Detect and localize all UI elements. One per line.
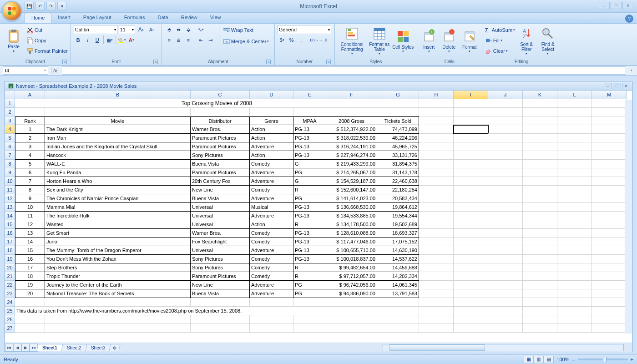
- col-header-H[interactable]: H: [419, 91, 454, 99]
- col-header-C[interactable]: C: [191, 91, 250, 99]
- cell-I26[interactable]: [454, 315, 488, 324]
- cell-A26[interactable]: [15, 315, 45, 324]
- cell-L12[interactable]: [557, 194, 592, 203]
- col-header-F[interactable]: F: [326, 91, 377, 99]
- cell-F8[interactable]: $ 219,433,299.00: [326, 160, 377, 168]
- cell-H21[interactable]: [419, 272, 454, 281]
- cell-D18[interactable]: Adventure: [250, 246, 293, 255]
- cell-G16[interactable]: 18,693,327: [377, 229, 419, 238]
- align-right-button[interactable]: ≡: [184, 35, 193, 45]
- cell-B23[interactable]: National Treasure: The Book of Secrets: [45, 289, 191, 298]
- cell-K20[interactable]: [523, 263, 557, 272]
- autosum-button[interactable]: Σ AutoSum ▾: [485, 25, 515, 35]
- cell-M22[interactable]: [592, 281, 627, 289]
- cell-A12[interactable]: 9: [15, 194, 45, 203]
- cell-B2[interactable]: [45, 108, 191, 116]
- cell-K15[interactable]: [523, 220, 557, 229]
- cell-M6[interactable]: [592, 142, 627, 151]
- cell-L15[interactable]: [557, 220, 592, 229]
- col-header-B[interactable]: B: [45, 91, 191, 99]
- row-header-6[interactable]: 6: [5, 142, 15, 151]
- row-header-20[interactable]: 20: [5, 263, 15, 272]
- cell-L14[interactable]: [557, 212, 592, 220]
- cell-C22[interactable]: New Line: [191, 281, 250, 289]
- cell-L21[interactable]: [557, 272, 592, 281]
- cell-D5[interactable]: Action: [250, 134, 293, 142]
- cell-L26[interactable]: [557, 315, 592, 324]
- align-left-button[interactable]: ≡: [165, 35, 174, 45]
- fx-button[interactable]: fx: [51, 68, 59, 73]
- fill-button[interactable]: Fill ▾: [485, 35, 515, 46]
- cell-G11[interactable]: 22,180,254: [377, 186, 419, 194]
- orientation-button[interactable]: ⤡▾: [197, 25, 206, 34]
- cell-A10[interactable]: 7: [15, 177, 45, 186]
- cell-J11[interactable]: [488, 186, 523, 194]
- cell-A16[interactable]: 13: [15, 229, 45, 238]
- select-all-corner[interactable]: [5, 91, 15, 99]
- cell-K6[interactable]: [523, 142, 557, 151]
- cell-B6[interactable]: Indian Jones and the Kingdom of the Crys…: [45, 142, 191, 151]
- cell-F16[interactable]: $ 128,610,088.00: [326, 229, 377, 238]
- row-header-7[interactable]: 7: [5, 151, 15, 160]
- cell-I8[interactable]: [454, 160, 488, 168]
- cell-D27[interactable]: [250, 324, 293, 333]
- cell-M20[interactable]: [592, 263, 627, 272]
- cell-M9[interactable]: [592, 168, 627, 177]
- clipboard-launcher[interactable]: ↘: [62, 60, 67, 64]
- cell-I24[interactable]: [454, 298, 488, 307]
- cell-E22[interactable]: PG: [293, 281, 326, 289]
- underline-button[interactable]: U: [93, 35, 102, 45]
- cell-I23[interactable]: [454, 289, 488, 298]
- cell-A13[interactable]: 10: [15, 203, 45, 212]
- cell-H5[interactable]: [419, 134, 454, 142]
- cell-H26[interactable]: [419, 315, 454, 324]
- cell-J24[interactable]: [488, 298, 523, 307]
- qat-customize-button[interactable]: ▾: [57, 2, 66, 11]
- cell-I25[interactable]: [454, 307, 488, 315]
- cell-H9[interactable]: [419, 168, 454, 177]
- cell-E19[interactable]: PG-13: [293, 255, 326, 263]
- header-5[interactable]: 2008 Gross: [326, 116, 377, 125]
- merge-center-button[interactable]: aMerge & Center ▾: [223, 36, 269, 46]
- cell-F18[interactable]: $ 100,655,710.00: [326, 246, 377, 255]
- cell-C7[interactable]: Sony Pictures: [191, 151, 250, 160]
- col-header-M[interactable]: M: [592, 91, 627, 99]
- font-size-select[interactable]: 11▾: [119, 25, 135, 34]
- cell-E27[interactable]: [293, 324, 326, 333]
- insert-cells-button[interactable]: +Insert▾: [420, 25, 438, 57]
- cell-J12[interactable]: [488, 194, 523, 203]
- cell-K24[interactable]: [523, 298, 557, 307]
- cell-A2[interactable]: [15, 108, 45, 116]
- cell-E13[interactable]: PG-13: [293, 203, 326, 212]
- cell-K18[interactable]: [523, 246, 557, 255]
- row-header-3[interactable]: 3: [5, 116, 15, 125]
- wrap-text-button[interactable]: Wrap Text: [223, 25, 269, 35]
- cell-L11[interactable]: [557, 186, 592, 194]
- cell-I17[interactable]: [454, 238, 488, 246]
- tab-view[interactable]: View: [204, 13, 228, 23]
- minimize-button[interactable]: –: [599, 2, 610, 9]
- cell-F10[interactable]: $ 154,529,187.00: [326, 177, 377, 186]
- cell-M11[interactable]: [592, 186, 627, 194]
- cell-K7[interactable]: [523, 151, 557, 160]
- cell-B21[interactable]: Tropic Thunder: [45, 272, 191, 281]
- conditional-formatting-button[interactable]: Conditional Formatting▾: [338, 25, 367, 57]
- row-header-9[interactable]: 9: [5, 168, 15, 177]
- cell-H1[interactable]: [419, 99, 454, 108]
- row-header-2[interactable]: 2: [5, 108, 15, 116]
- row-header-5[interactable]: 5: [5, 134, 15, 142]
- row-header-25[interactable]: 25: [5, 307, 15, 315]
- cell-M23[interactable]: [592, 289, 627, 298]
- cell-E26[interactable]: [293, 315, 326, 324]
- cell-I16[interactable]: [454, 229, 488, 238]
- row-header-24[interactable]: 24: [5, 298, 15, 307]
- cell-L25[interactable]: [557, 307, 592, 315]
- cell-M5[interactable]: [592, 134, 627, 142]
- cell-C18[interactable]: Universal: [191, 246, 250, 255]
- cell-D13[interactable]: Musical: [250, 203, 293, 212]
- paste-button[interactable]: Paste▾: [3, 25, 25, 57]
- office-button[interactable]: [2, 1, 22, 21]
- align-bottom-button[interactable]: ⬙: [184, 25, 193, 34]
- cell-H3[interactable]: [419, 116, 454, 125]
- cell-F15[interactable]: $ 134,178,500.00: [326, 220, 377, 229]
